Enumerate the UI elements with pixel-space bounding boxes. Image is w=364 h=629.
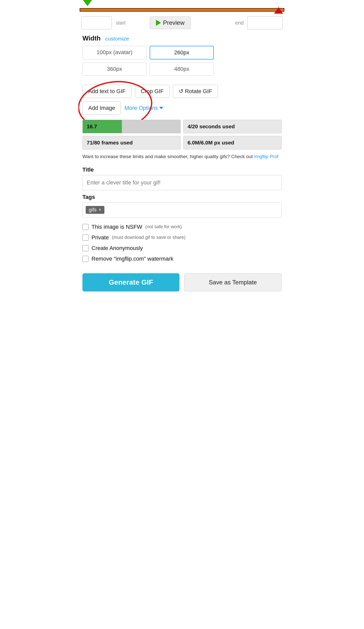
rotate-gif-button[interactable]: ↺Rotate GIF (173, 85, 218, 98)
tags-label: Tags (82, 194, 282, 200)
buttons-wrapper: Add text to GIF Crop GIF ↺Rotate GIF Add… (82, 85, 218, 115)
width-option-100[interactable]: 100px (avatar) (82, 46, 147, 59)
play-icon (156, 20, 161, 26)
checkbox-watermark-row: Remove "imgflip.com" watermark (82, 256, 282, 262)
tags-box[interactable]: gifs × (82, 202, 282, 218)
width-option-260[interactable]: 260px (150, 46, 214, 59)
buttons-row1: Add text to GIF Crop GIF ↺Rotate GIF (82, 85, 218, 98)
buttons-area: Add text to GIF Crop GIF ↺Rotate GIF Add… (78, 80, 286, 117)
start-marker-icon[interactable] (83, 0, 92, 6)
tags-section: Tags gifs × (78, 194, 286, 221)
stat-px-box: 6.0M/6.0M px used (183, 136, 282, 150)
stat-frames-box: 71/80 frames used (82, 136, 181, 150)
private-label: Private (92, 234, 109, 241)
save-template-button[interactable]: Save as Template (184, 273, 282, 291)
checkbox-nsfw-row: This image is NSFW (not safe for work) (82, 224, 282, 230)
preview-label: Preview (163, 19, 185, 26)
add-image-button[interactable]: Add Image (82, 101, 121, 115)
checkboxes-section: This image is NSFW (not safe for work) P… (78, 221, 286, 269)
buttons-row2: Add Image More Options (82, 101, 218, 115)
watermark-label: Remove "imgflip.com" watermark (92, 256, 173, 262)
checkbox-private-row: Private (must download gif to save or sh… (82, 234, 282, 241)
private-checkbox[interactable] (82, 235, 88, 241)
width-options-grid: 100px (avatar) 260px 360px 480px (82, 46, 214, 76)
stats-grid: 16.7 4/20 seconds used 71/80 frames used… (82, 120, 282, 150)
title-label: Title (82, 166, 282, 173)
width-title: Width (82, 34, 101, 42)
generate-gif-button[interactable]: Generate GIF (82, 273, 179, 291)
checkbox-anon-row: Create Anonymously (82, 245, 282, 251)
end-time-input[interactable]: 4.26 (247, 16, 283, 29)
preview-button[interactable]: Preview (150, 16, 191, 29)
width-header: Width customize (82, 34, 282, 42)
private-note: (must download gif to save or share) (112, 235, 185, 240)
width-section: Width customize 100px (avatar) 260px 360… (78, 32, 286, 80)
width-option-360[interactable]: 360px (82, 62, 147, 76)
anon-checkbox[interactable] (82, 245, 88, 251)
add-text-button[interactable]: Add text to GIF (82, 85, 131, 98)
promo-text-start: Want to increase these limits and make s… (82, 154, 254, 159)
crop-gif-button[interactable]: Crop GIF (135, 85, 169, 98)
promo-text-end: ! (277, 154, 278, 159)
timeline-area (78, 0, 286, 12)
stat-seconds-box: 4/20 seconds used (183, 120, 282, 133)
bottom-buttons: Generate GIF Save as Template (78, 269, 286, 299)
chevron-down-icon (159, 107, 163, 109)
tag-chip-gifs: gifs × (86, 206, 104, 214)
end-marker-icon[interactable] (274, 7, 283, 14)
stat-percent-box: 16.7 (82, 120, 181, 133)
nsfw-label: This image is NSFW (92, 224, 142, 230)
width-customize-link[interactable]: customize (105, 36, 129, 42)
nsfw-checkbox[interactable] (82, 224, 88, 230)
promo-text: Want to increase these limits and make s… (82, 153, 282, 160)
timeline-bar[interactable] (80, 8, 284, 12)
width-option-480[interactable]: 480px (150, 62, 214, 76)
end-label: end (235, 20, 244, 26)
tag-remove-button[interactable]: × (99, 207, 101, 213)
nsfw-note: (not safe for work) (145, 224, 182, 229)
more-options-label: More Options (124, 105, 158, 111)
imgflip-pro-link[interactable]: Imgflip Pro (254, 154, 277, 159)
tag-value: gifs (89, 207, 97, 213)
stat-percent-label: 16.7 (87, 123, 97, 129)
stats-area: 16.7 4/20 seconds used 71/80 frames used… (78, 117, 286, 163)
more-options-button[interactable]: More Options (124, 105, 163, 111)
controls-row: 0 start Preview end 4.26 (78, 12, 286, 32)
start-time-input[interactable]: 0 (81, 16, 112, 29)
watermark-checkbox[interactable] (82, 256, 88, 262)
anon-label: Create Anonymously (92, 245, 143, 251)
rotate-icon: ↺ (179, 88, 183, 95)
title-section: Title (78, 163, 286, 194)
start-label: start (116, 20, 126, 26)
title-input[interactable] (82, 175, 282, 190)
